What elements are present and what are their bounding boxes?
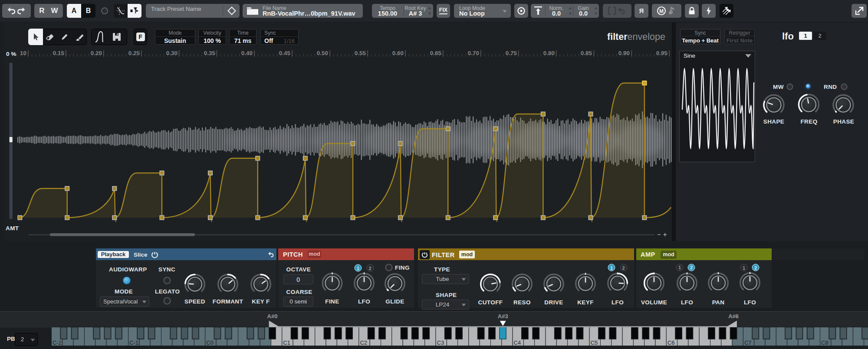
svg-text:A#6: A#6 <box>728 313 739 320</box>
svg-text:C5: C5 <box>591 339 598 346</box>
svg-text:C2: C2 <box>360 339 367 346</box>
svg-text:C4: C4 <box>514 339 521 346</box>
svg-text:C0: C0 <box>206 339 214 346</box>
svg-text:C8: C8 <box>821 339 829 346</box>
svg-text:C1: C1 <box>283 339 290 346</box>
svg-text:A#3: A#3 <box>498 313 508 320</box>
svg-text:C3: C3 <box>437 339 444 346</box>
svg-text:C-1: C-1 <box>129 339 138 346</box>
svg-text:C6: C6 <box>667 339 675 346</box>
svg-text:A#0: A#0 <box>267 313 278 320</box>
svg-text:C-2: C-2 <box>53 339 62 346</box>
svg-text:C7: C7 <box>744 339 752 346</box>
